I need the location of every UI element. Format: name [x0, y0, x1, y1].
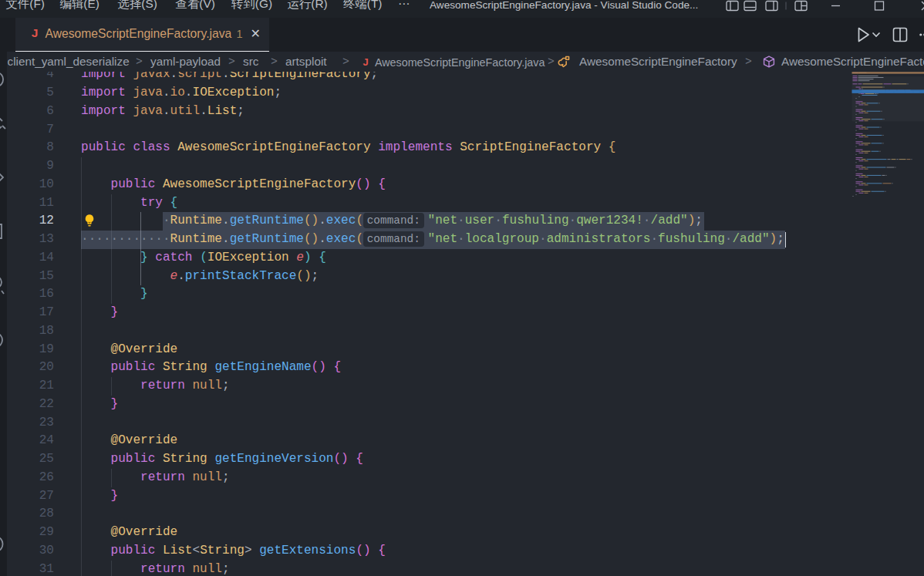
svg-text:J: J	[363, 56, 368, 67]
